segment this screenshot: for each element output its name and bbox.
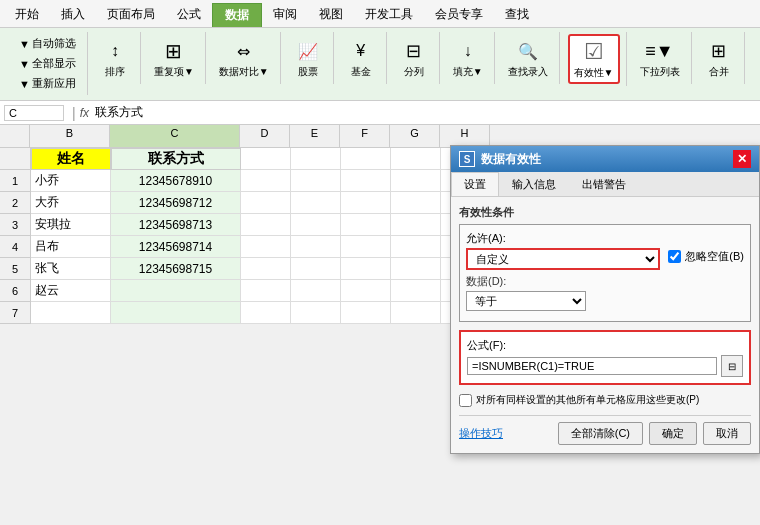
- ignore-blank-label: 忽略空值(B): [685, 249, 744, 264]
- data-label: 数据(D):: [466, 274, 744, 289]
- cell-c2[interactable]: 12345698712: [111, 192, 241, 214]
- ignore-blank-checkbox[interactable]: [668, 250, 681, 263]
- col-header-g[interactable]: G: [390, 125, 440, 147]
- tab-data[interactable]: 数据: [212, 3, 262, 27]
- col-header-b[interactable]: B: [30, 125, 110, 147]
- split-btn[interactable]: ⊟ 分列: [395, 34, 433, 82]
- tab-view[interactable]: 视图: [308, 1, 354, 27]
- show-all-btn[interactable]: ▼ 全部显示: [14, 54, 81, 73]
- split-group: ⊟ 分列: [389, 32, 440, 84]
- col-header-c[interactable]: C: [110, 125, 240, 147]
- cell-c-header[interactable]: 联系方式: [111, 148, 241, 170]
- dialog-tab-error[interactable]: 出错警告: [569, 172, 639, 196]
- row-headers: 1 2 3 4 5 6 7: [0, 148, 31, 324]
- clear-all-btn[interactable]: 全部清除(C): [558, 422, 643, 445]
- allow-label: 允许(A):: [466, 231, 660, 246]
- dialog-titlebar: S 数据有效性 ✕: [451, 146, 759, 172]
- row-header-6[interactable]: 6: [0, 280, 30, 302]
- data-validity-dialog: S 数据有效性 ✕ 设置 输入信息 出错警告 有效性条件 允许(A):: [450, 145, 760, 454]
- cell-c4[interactable]: 12345698714: [111, 236, 241, 258]
- dialog-tab-settings[interactable]: 设置: [451, 172, 499, 196]
- data-select[interactable]: 等于: [466, 291, 586, 311]
- compare-group: ⇔ 数据对比▼: [208, 32, 281, 84]
- compare-btn[interactable]: ⇔ 数据对比▼: [214, 34, 274, 82]
- tab-find[interactable]: 查找: [494, 1, 540, 27]
- vlookup-icon: 🔍: [514, 37, 542, 65]
- cell-b5[interactable]: 张飞: [31, 258, 111, 280]
- cell-c5[interactable]: 12345698715: [111, 258, 241, 280]
- row-header-3[interactable]: 3: [0, 214, 30, 236]
- validity-btn[interactable]: ☑ 有效性▼: [568, 34, 620, 84]
- stocks-btn[interactable]: 📈 股票: [289, 34, 327, 82]
- formula-label: 公式(F):: [467, 338, 743, 353]
- dropdown-btn[interactable]: ≡▼ 下拉列表: [635, 34, 685, 82]
- row-header-1[interactable]: 1: [0, 170, 30, 192]
- fund-btn[interactable]: ¥ 基金: [342, 34, 380, 82]
- dialog-body: 有效性条件 允许(A): 自定义 忽略空值(B): [451, 197, 759, 453]
- duplicate-icon: ⊞: [160, 37, 188, 65]
- cell-e-header[interactable]: [291, 148, 341, 170]
- cell-b-header[interactable]: 姓名: [31, 148, 111, 170]
- col-header-e[interactable]: E: [290, 125, 340, 147]
- tips-link[interactable]: 操作技巧: [459, 426, 503, 441]
- cancel-btn[interactable]: 取消: [703, 422, 751, 445]
- row-header-7[interactable]: 7: [0, 302, 30, 324]
- fill-group: ↓ 填充▼: [442, 32, 495, 84]
- merge-btn[interactable]: ⊞ 合并: [700, 34, 738, 82]
- cell-b6[interactable]: 赵云: [31, 280, 111, 302]
- duplicate-btn[interactable]: ⊞ 重复项▼: [149, 34, 199, 82]
- tab-page-layout[interactable]: 页面布局: [96, 1, 166, 27]
- stocks-icon: 📈: [294, 37, 322, 65]
- col-header-d[interactable]: D: [240, 125, 290, 147]
- formula-section: 公式(F): ⊟: [459, 330, 751, 385]
- auto-filter-btn[interactable]: ▼ 自动筛选: [14, 34, 81, 53]
- filter-group: ▼ 自动筛选 ▼ 全部显示 ▼ 重新应用: [8, 32, 88, 95]
- compare-icon: ⇔: [230, 37, 258, 65]
- reapply-btn[interactable]: ▼ 重新应用: [14, 74, 81, 93]
- vlookup-btn[interactable]: 🔍 查找录入: [503, 34, 553, 82]
- col-header-h[interactable]: H: [440, 125, 490, 147]
- merge-icon: ⊞: [705, 37, 733, 65]
- sort-btn[interactable]: ↕ 排序: [96, 34, 134, 82]
- tab-formula[interactable]: 公式: [166, 1, 212, 27]
- fill-btn[interactable]: ↓ 填充▼: [448, 34, 488, 82]
- cell-g-header[interactable]: [391, 148, 441, 170]
- cell-c3[interactable]: 12345698713: [111, 214, 241, 236]
- validity-conditions-label: 有效性条件: [459, 205, 751, 220]
- fund-group: ¥ 基金: [336, 32, 387, 84]
- apply-all-checkbox[interactable]: [459, 394, 472, 407]
- formula-bar-content: 联系方式: [95, 104, 756, 121]
- split-icon: ⊟: [400, 37, 428, 65]
- confirm-btn[interactable]: 确定: [649, 422, 697, 445]
- cell-c1[interactable]: 12345678910: [111, 170, 241, 192]
- cell-b4[interactable]: 吕布: [31, 236, 111, 258]
- allow-select[interactable]: 自定义: [466, 248, 660, 270]
- tab-vip[interactable]: 会员专享: [424, 1, 494, 27]
- formula-collapse-btn[interactable]: ⊟: [721, 355, 743, 377]
- merge-group: ⊞ 合并: [694, 32, 745, 84]
- formula-input-row: ⊟: [467, 355, 743, 377]
- formula-collapse-icon: ⊟: [728, 361, 736, 372]
- cell-b2[interactable]: 大乔: [31, 192, 111, 214]
- row-header-5[interactable]: 5: [0, 258, 30, 280]
- tab-review[interactable]: 审阅: [262, 1, 308, 27]
- col-header-f[interactable]: F: [340, 125, 390, 147]
- tab-start[interactable]: 开始: [4, 1, 50, 27]
- name-box[interactable]: [4, 105, 64, 121]
- dialog-title: 数据有效性: [481, 151, 541, 168]
- validity-icon: ☑: [580, 38, 608, 66]
- row-header-4[interactable]: 4: [0, 236, 30, 258]
- formula-input[interactable]: [467, 357, 717, 375]
- dialog-tab-input[interactable]: 输入信息: [499, 172, 569, 196]
- cell-c6[interactable]: [111, 280, 241, 302]
- dialog-close-btn[interactable]: ✕: [733, 150, 751, 168]
- cell-f-header[interactable]: [341, 148, 391, 170]
- tab-insert[interactable]: 插入: [50, 1, 96, 27]
- cell-b3[interactable]: 安琪拉: [31, 214, 111, 236]
- fill-icon: ↓: [454, 37, 482, 65]
- row-header-2[interactable]: 2: [0, 192, 30, 214]
- cell-d-header[interactable]: [241, 148, 291, 170]
- fund-icon: ¥: [347, 37, 375, 65]
- cell-b1[interactable]: 小乔: [31, 170, 111, 192]
- tab-dev[interactable]: 开发工具: [354, 1, 424, 27]
